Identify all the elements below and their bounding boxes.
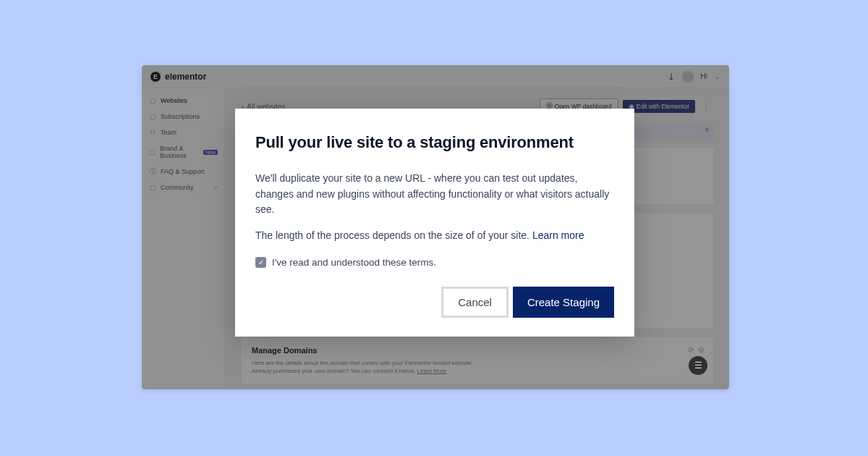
consent-row[interactable]: ✓ I've read and understood these terms. bbox=[255, 257, 614, 268]
staging-modal: Pull your live site to a staging environ… bbox=[235, 109, 634, 337]
chat-icon: ☰ bbox=[694, 360, 702, 371]
consent-checkbox[interactable]: ✓ bbox=[255, 257, 266, 268]
modal-paragraph-1: We'll duplicate your site to a new URL -… bbox=[255, 171, 614, 218]
modal-title: Pull your live site to a staging environ… bbox=[255, 133, 614, 152]
cancel-button[interactable]: Cancel bbox=[441, 287, 509, 318]
help-fab[interactable]: ☰ bbox=[689, 356, 707, 375]
create-staging-button[interactable]: Create Staging bbox=[513, 287, 614, 318]
learn-more-link[interactable]: Learn more bbox=[532, 229, 584, 241]
modal-p2-text: The length of the process depends on the… bbox=[255, 229, 532, 241]
modal-paragraph-2: The length of the process depends on the… bbox=[255, 228, 614, 244]
consent-label: I've read and understood these terms. bbox=[272, 257, 436, 268]
